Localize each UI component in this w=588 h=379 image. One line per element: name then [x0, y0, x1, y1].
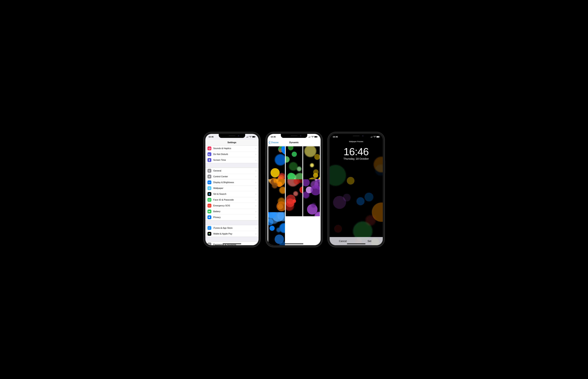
chevron-right-icon: › [255, 226, 256, 229]
home-indicator[interactable] [285, 243, 303, 244]
flower-icon [207, 186, 211, 190]
nav-title: Settings [205, 140, 259, 145]
phone-picker: 16:46 Choose Dynamic [266, 132, 323, 247]
row-label: Siri & Search [213, 193, 255, 195]
aa-icon: AA [207, 180, 211, 184]
siri-icon [207, 192, 211, 196]
chevron-right-icon: › [255, 181, 256, 184]
chevron-right-icon: › [255, 158, 256, 161]
status-time: 16:46 [333, 136, 338, 138]
sos-icon: SOS [207, 204, 211, 207]
back-button[interactable]: Choose [269, 141, 279, 144]
settings-row-privacy[interactable]: Privacy› [205, 214, 259, 220]
settings-row-display-brightness[interactable]: AADisplay & Brightness› [205, 179, 259, 185]
svg-rect-15 [208, 211, 210, 212]
back-label: Choose [271, 141, 279, 144]
chevron-right-icon: › [255, 187, 256, 190]
settings-row-itunes-app-store[interactable]: iTunes & App Store› [205, 225, 259, 231]
svg-point-13 [209, 200, 210, 200]
row-label: Control Center [213, 175, 255, 178]
svg-point-5 [209, 188, 210, 189]
row-label: Screen Time [213, 159, 255, 161]
chevron-right-icon: › [255, 175, 256, 178]
battery-h-icon [207, 209, 211, 213]
settings-row-control-center[interactable]: Control Center› [205, 174, 259, 179]
preview-title: Wallpaper Preview [330, 141, 383, 142]
chevron-right-icon: › [255, 204, 256, 207]
gear-icon [207, 169, 211, 173]
settings-row-battery[interactable]: Battery› [205, 209, 259, 214]
wallpaper-thumb-0[interactable] [268, 146, 285, 184]
wallpaper-thumb-3[interactable] [268, 179, 285, 216]
row-label: Do Not Disturb [213, 153, 255, 156]
row-label: General [213, 170, 255, 172]
svg-text:SOS: SOS [208, 205, 211, 206]
battery-icon [314, 136, 317, 138]
svg-point-2 [209, 176, 209, 176]
status-time: 16:46 [271, 136, 276, 138]
row-label: Privacy [213, 216, 255, 219]
status-time: 16:46 [209, 136, 214, 138]
wifi-icon [374, 136, 376, 138]
chevron-right-icon: › [255, 192, 256, 195]
face-icon [207, 198, 211, 202]
svg-point-6 [209, 187, 210, 188]
svg-rect-11 [209, 199, 210, 201]
chevron-right-icon: › [255, 216, 256, 219]
chevron-right-icon: › [255, 198, 256, 201]
row-label: Wallpaper [213, 187, 255, 190]
switches-icon [207, 175, 211, 178]
svg-text:AA: AA [208, 182, 210, 183]
settings-row-face-id-passcode[interactable]: Face ID & Passcode› [205, 197, 259, 203]
home-indicator[interactable] [347, 243, 365, 244]
chevron-right-icon: › [255, 232, 256, 235]
row-label: iTunes & App Store [213, 227, 255, 229]
chevron-left-icon [269, 141, 270, 144]
settings-row-general[interactable]: General› [205, 168, 259, 174]
svg-rect-18 [209, 234, 210, 234]
wallpaper-thumb-4[interactable] [286, 179, 302, 216]
wallpaper-thumb-5[interactable] [303, 179, 320, 216]
settings-row-sounds-haptics[interactable]: Sounds & Haptics› [205, 145, 259, 151]
wifi-icon [249, 136, 251, 138]
phone-preview: 16:46 Wallpaper Preview 16:46 Thursday, … [328, 132, 385, 247]
hourglass-icon [207, 158, 211, 162]
settings-row-screen-time[interactable]: Screen Time› [205, 157, 259, 163]
wallet-icon [207, 232, 211, 236]
chevron-right-icon: › [255, 169, 256, 172]
wifi-icon [311, 136, 314, 138]
chevron-right-icon: › [255, 147, 256, 150]
lock-clock: 16:46 Thursday, 18 October [330, 146, 383, 160]
wallpaper-thumb-1[interactable] [286, 146, 302, 184]
settings-row-wallet-apple-pay[interactable]: Wallet & Apple Pay› [205, 231, 259, 237]
row-label: Sounds & Haptics [213, 147, 255, 150]
svg-rect-16 [210, 211, 210, 212]
row-label: Battery [213, 210, 255, 213]
key-icon [207, 243, 211, 245]
svg-point-7 [209, 189, 210, 189]
svg-rect-17 [209, 233, 210, 234]
row-label: Emergency SOS [213, 204, 255, 207]
battery-icon [252, 136, 255, 138]
speaker-icon [207, 146, 211, 150]
phone-settings: 16:46 Settings Sounds & Haptics›Do Not D… [203, 132, 260, 247]
settings-row-siri-search[interactable]: Siri & Search› [205, 191, 259, 197]
row-label: Wallet & Apple Pay [213, 233, 255, 235]
settings-row-do-not-disturb[interactable]: Do Not Disturb› [205, 151, 259, 157]
battery-icon [376, 136, 380, 138]
settings-row-emergency-sos[interactable]: SOSEmergency SOS› [205, 203, 259, 209]
wallpaper-thumb-6[interactable] [268, 212, 285, 245]
home-indicator[interactable] [223, 243, 241, 244]
chevron-right-icon: › [255, 153, 256, 156]
svg-point-3 [210, 177, 210, 177]
row-label: Face ID & Passcode [213, 199, 255, 201]
cellular-icon [247, 136, 249, 138]
lock-date: Thursday, 18 October [330, 157, 383, 160]
wallpaper-thumb-2[interactable] [303, 146, 320, 184]
settings-row-wallpaper[interactable]: Wallpaper› [205, 185, 259, 191]
svg-point-9 [210, 188, 210, 189]
cellular-icon [371, 136, 373, 138]
hand-icon [207, 215, 211, 219]
moon-icon [207, 152, 211, 156]
row-label: Display & Brightness [213, 181, 255, 184]
